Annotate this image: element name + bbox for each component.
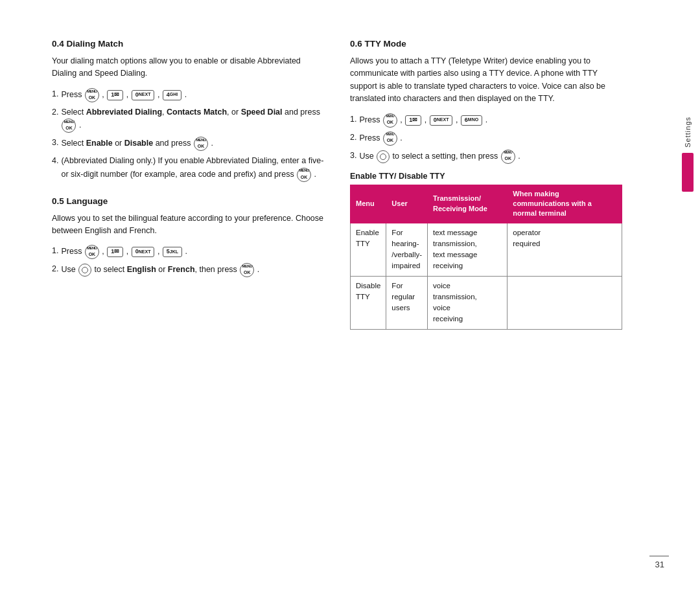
language-title: 0.5 Language bbox=[52, 196, 324, 206]
list-item: 2. Select Abbreviated Dialing, Contacts … bbox=[52, 106, 324, 133]
list-item: 1. Press MENUOK , 1✉ , 0NEXT , 5JKL . bbox=[52, 245, 324, 259]
menu-ok-key6: MENUOK bbox=[240, 263, 254, 277]
key-6: 6MNO bbox=[461, 115, 482, 126]
cell-user-disable: Forregularusers bbox=[386, 276, 428, 329]
left-column: 0.4 Dialing Match Your dialing match opt… bbox=[52, 39, 324, 566]
col-normal-terminal: When making communications with a normal… bbox=[508, 185, 622, 223]
list-item: 3. Use to select a setting, then press M… bbox=[350, 150, 622, 164]
tty-mode-title: 0.6 TTY Mode bbox=[350, 39, 622, 49]
cell-user-enable: Forhearing-/verbally-impaired bbox=[386, 223, 428, 276]
tty-table-body: EnableTTY Forhearing-/verbally-impaired … bbox=[351, 223, 622, 329]
nav-circle-icon bbox=[78, 264, 91, 277]
cell-menu-enable: EnableTTY bbox=[351, 223, 386, 276]
dialing-match-steps: 1. Press MENUOK , 1✉ , 0NEXT , 4GHI . bbox=[52, 88, 324, 182]
menu-ok-key5: MENUOK bbox=[85, 245, 99, 259]
key-4: 4GHI bbox=[163, 90, 181, 100]
cell-normal-enable: operatorrequired bbox=[508, 223, 622, 276]
page-number: 31 bbox=[655, 560, 664, 569]
table-row: DisableTTY Forregularusers voicetransmis… bbox=[351, 276, 622, 329]
tty-mode-steps: 1. Press MENUOK , 1✉ , 0NEXT , 6MNO . bbox=[350, 113, 622, 164]
col-menu: Menu bbox=[351, 185, 386, 223]
menu-ok-key2: MENUOK bbox=[62, 119, 76, 133]
cell-menu-disable: DisableTTY bbox=[351, 276, 386, 329]
dialing-match-body: Your dialing match options allow you to … bbox=[52, 55, 324, 80]
key-0: 0NEXT bbox=[132, 90, 155, 100]
tty-table-header: Menu User Transmission/ Receiving Mode W… bbox=[351, 185, 622, 223]
section-language: 0.5 Language Allows you to set the bilin… bbox=[52, 196, 324, 278]
separator-line bbox=[649, 556, 669, 556]
sidebar: Settings bbox=[675, 0, 700, 592]
cell-transmission-enable: text messagetransmission,text messagerec… bbox=[428, 223, 508, 276]
dialing-match-title: 0.4 Dialing Match bbox=[52, 39, 324, 49]
language-body: Allows you to set the bilingual feature … bbox=[52, 212, 324, 238]
key-1c: 1✉ bbox=[405, 115, 421, 126]
ok-key2: MENUOK bbox=[383, 131, 397, 146]
key-0b: 0NEXT bbox=[132, 247, 155, 257]
list-item: 2. Use to select English or French, then… bbox=[52, 263, 324, 277]
tty-mode-body: Allows you to attach a TTY (Teletype Wri… bbox=[350, 55, 622, 106]
enable-tty-label: Enable TTY/ Disable TTY bbox=[350, 172, 622, 181]
language-steps: 1. Press MENUOK , 1✉ , 0NEXT , 5JKL . bbox=[52, 245, 324, 277]
section-dialing-match: 0.4 Dialing Match Your dialing match opt… bbox=[52, 39, 324, 182]
cell-normal-disable bbox=[508, 276, 622, 329]
menu-ok-key: MENUOK bbox=[85, 88, 99, 102]
list-item: 2. Press MENUOK . bbox=[350, 131, 622, 146]
ok-key1: MENUOK bbox=[383, 113, 397, 128]
sidebar-bar bbox=[682, 153, 694, 192]
tty-table: Menu User Transmission/ Receiving Mode W… bbox=[350, 185, 622, 330]
key-0c: 0NEXT bbox=[430, 115, 453, 126]
col-user: User bbox=[386, 185, 428, 223]
main-content: 0.4 Dialing Match Your dialing match opt… bbox=[0, 0, 675, 592]
right-column: 0.6 TTY Mode Allows you to attach a TTY … bbox=[350, 39, 622, 566]
table-row: EnableTTY Forhearing-/verbally-impaired … bbox=[351, 223, 622, 276]
list-item: 1. Press MENUOK , 1✉ , 0NEXT , 4GHI . bbox=[52, 88, 324, 102]
sidebar-label: Settings bbox=[684, 117, 692, 148]
list-item: 4. (Abbreviated Dialing only.) If you en… bbox=[52, 155, 324, 181]
key-5: 5JKL bbox=[163, 247, 182, 257]
col-transmission: Transmission/ Receiving Mode bbox=[428, 185, 508, 223]
menu-ok-key3: MENUOK bbox=[194, 137, 208, 151]
list-item: 3. Select Enable or Disable and press ME… bbox=[52, 137, 324, 151]
key-1b: 1✉ bbox=[107, 247, 123, 257]
key-1: 1✉ bbox=[107, 90, 123, 100]
menu-ok-key4: MENUOK bbox=[297, 168, 311, 182]
section-tty-mode: 0.6 TTY Mode Allows you to attach a TTY … bbox=[350, 39, 622, 330]
list-item: 1. Press MENUOK , 1✉ , 0NEXT , 6MNO . bbox=[350, 113, 622, 128]
ok-key3: MENUOK bbox=[501, 150, 515, 164]
cell-transmission-disable: voicetransmission,voicereceiving bbox=[428, 276, 508, 329]
nav-circle-icon2 bbox=[377, 150, 390, 163]
page-container: 0.4 Dialing Match Your dialing match opt… bbox=[0, 0, 700, 592]
table-header-row: Menu User Transmission/ Receiving Mode W… bbox=[351, 185, 622, 223]
